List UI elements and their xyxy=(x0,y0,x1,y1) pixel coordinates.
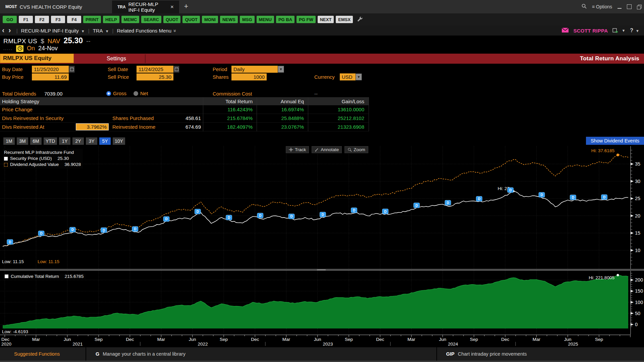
dividend-marker[interactable]: D xyxy=(101,228,107,233)
dividend-marker[interactable]: D xyxy=(351,208,357,213)
range-tab-6m[interactable]: 6M xyxy=(30,137,42,145)
fkey-quot[interactable]: QUOT xyxy=(182,16,200,23)
net-radio[interactable]: Net xyxy=(133,90,148,96)
fkey-next[interactable]: NEXT xyxy=(318,16,334,23)
dividend-marker[interactable]: D xyxy=(320,212,326,217)
range-tab-3y[interactable]: 3Y xyxy=(86,137,97,145)
table-row[interactable]: Price Change116.4243%16.6974%13610.0000 xyxy=(0,105,369,114)
fkey-help[interactable]: HELP xyxy=(103,16,119,23)
dividend-marker[interactable]: D xyxy=(507,188,514,193)
suggested-functions-label[interactable]: Suggested Functions xyxy=(14,347,60,361)
dividend-marker[interactable]: D xyxy=(69,227,75,232)
price-chart[interactable]: 101520253035Hi: 27DDDDDDDDDDDDDDDDDDDDHi… xyxy=(0,146,644,269)
fkey-print[interactable]: PRINT xyxy=(83,16,101,23)
reinvest-rate-field[interactable]: 3.7962% xyxy=(76,123,109,130)
fkey-quot[interactable]: QUOT xyxy=(163,16,181,23)
dividend-marker[interactable]: D xyxy=(163,217,169,222)
dividend-marker[interactable]: D xyxy=(382,209,388,214)
help-menu[interactable]: ?▼ xyxy=(630,27,639,34)
fkey-msg[interactable]: MSG xyxy=(240,16,255,23)
sell-date-field[interactable]: 11/24/2025 xyxy=(137,66,173,73)
shares-field[interactable]: 1000 xyxy=(231,73,267,80)
table-row[interactable]: Divs Reinvested In SecurityShares Purcha… xyxy=(0,114,369,123)
forward-arrow-icon[interactable]: › xyxy=(6,27,13,34)
annotate-button[interactable]: Annotate xyxy=(312,146,342,153)
dividend-marker[interactable]: D xyxy=(288,214,294,219)
fkey-f1[interactable]: F1 xyxy=(19,16,33,23)
currency-select[interactable]: USD xyxy=(340,73,356,80)
fkey-pg-ba[interactable]: PG BA xyxy=(276,16,294,23)
suggested-function-gip[interactable]: GIP Chart intraday price movements xyxy=(446,347,527,361)
fkey-searc[interactable]: SEARC xyxy=(141,16,161,23)
tab-most-cvs[interactable]: MOST CVS HEALTH CORP Equity xyxy=(0,0,111,13)
sell-price-field[interactable]: 25.30 xyxy=(137,73,173,80)
range-tab-2y[interactable]: 2Y xyxy=(72,137,84,145)
wrench-icon[interactable] xyxy=(357,16,363,23)
related-functions-menu[interactable]: Related Functions Menu» xyxy=(117,28,176,34)
divider: | xyxy=(16,28,18,34)
fkey-memc[interactable]: MEMC xyxy=(121,16,140,23)
back-arrow-icon[interactable]: ‹ xyxy=(0,27,6,34)
dividend-marker[interactable]: D xyxy=(257,213,263,218)
fkey-f2[interactable]: F2 xyxy=(35,16,49,23)
dividend-marker[interactable]: D xyxy=(132,227,138,232)
range-tab-1m[interactable]: 1M xyxy=(3,137,15,145)
minimize-icon[interactable] xyxy=(618,8,622,9)
total-return-chart[interactable]: 050100150200Hi: 221.8005Low: -4.6193 xyxy=(0,271,644,335)
range-tab-5y[interactable]: 5Y xyxy=(99,137,111,145)
fkey-moni[interactable]: MONI xyxy=(202,16,218,23)
export-icon[interactable]: ▼ xyxy=(612,28,625,33)
table-row[interactable]: Divs Reinvested At3.7962%Reinvested Inco… xyxy=(0,123,369,131)
dividend-marker[interactable]: D xyxy=(38,231,44,236)
dividend-marker[interactable]: D xyxy=(570,195,576,200)
fkey-go[interactable]: GO xyxy=(3,16,17,23)
table-header: Holding Strategy Total Return Annual Eq … xyxy=(0,97,369,105)
dividend-marker[interactable]: D xyxy=(7,239,13,244)
annual-eq-value: 25.8488% xyxy=(281,114,304,122)
currency-dropdown-icon[interactable]: ▼ xyxy=(356,73,362,80)
fkey-news[interactable]: NEWS xyxy=(220,16,238,23)
dividend-marker[interactable]: D xyxy=(539,192,545,197)
function-selector[interactable]: TRA▼ xyxy=(93,28,109,34)
period-dropdown-icon[interactable]: ▼ xyxy=(278,66,284,73)
fkey-f3[interactable]: F3 xyxy=(51,16,65,23)
svg-text:Dec: Dec xyxy=(126,337,134,342)
suggested-function-g[interactable]: G Manage your charts in a central librar… xyxy=(96,347,185,361)
security-selector[interactable]: RECUR-MLP INF-I Equity▼ xyxy=(21,28,85,34)
range-tab-10y[interactable]: 10Y xyxy=(113,137,125,145)
maximize-icon[interactable] xyxy=(627,4,632,9)
fkey-menu[interactable]: MENU xyxy=(257,16,274,23)
zoom-button[interactable]: Zoom xyxy=(344,146,368,153)
dividend-marker[interactable]: D xyxy=(226,215,232,220)
new-tab-button[interactable]: + xyxy=(182,2,191,11)
dividend-marker[interactable]: D xyxy=(476,196,482,201)
show-dividend-events-button[interactable]: Show Dividend Events xyxy=(586,137,644,145)
calendar-icon[interactable] xyxy=(69,66,75,73)
dividend-marker[interactable]: D xyxy=(195,209,201,214)
svg-text:D: D xyxy=(353,208,355,212)
buy-date-field[interactable]: 11/25/2020 xyxy=(32,66,69,73)
dividend-marker[interactable]: D xyxy=(601,194,607,199)
period-select[interactable]: Daily xyxy=(231,66,278,73)
close-tab-icon[interactable]: × xyxy=(170,4,174,10)
range-tab-3m[interactable]: 3M xyxy=(17,137,28,145)
range-tab-1y[interactable]: 1Y xyxy=(59,137,70,145)
fkey-f4[interactable]: F4 xyxy=(67,16,81,23)
security-title-box[interactable]: RMLPX US Equity xyxy=(0,54,74,63)
buy-price-field[interactable]: 11.69 xyxy=(32,73,69,80)
message-envelope-icon[interactable] xyxy=(562,28,569,34)
gross-radio[interactable]: Gross xyxy=(106,90,126,96)
dividend-marker[interactable]: D xyxy=(445,200,451,205)
fkey-pg-fw[interactable]: PG FW xyxy=(297,16,316,23)
settings-tab[interactable]: Settings xyxy=(88,54,145,64)
restore-window-icon[interactable] xyxy=(637,5,641,9)
tab-tra-recur[interactable]: TRA RECUR-MLP INF-I Equity × xyxy=(112,0,179,13)
options-menu[interactable]: ≡ Options xyxy=(592,4,612,9)
search-icon[interactable] xyxy=(582,4,587,10)
range-tab-ytd[interactable]: YTD xyxy=(44,137,57,145)
user-name[interactable]: SCOTT RIPPA xyxy=(573,28,608,34)
track-button[interactable]: Track xyxy=(286,146,309,153)
fkey-emsx[interactable]: EMSX xyxy=(336,16,353,23)
calendar-icon[interactable] xyxy=(173,66,179,73)
dividend-marker[interactable]: D xyxy=(414,203,420,208)
